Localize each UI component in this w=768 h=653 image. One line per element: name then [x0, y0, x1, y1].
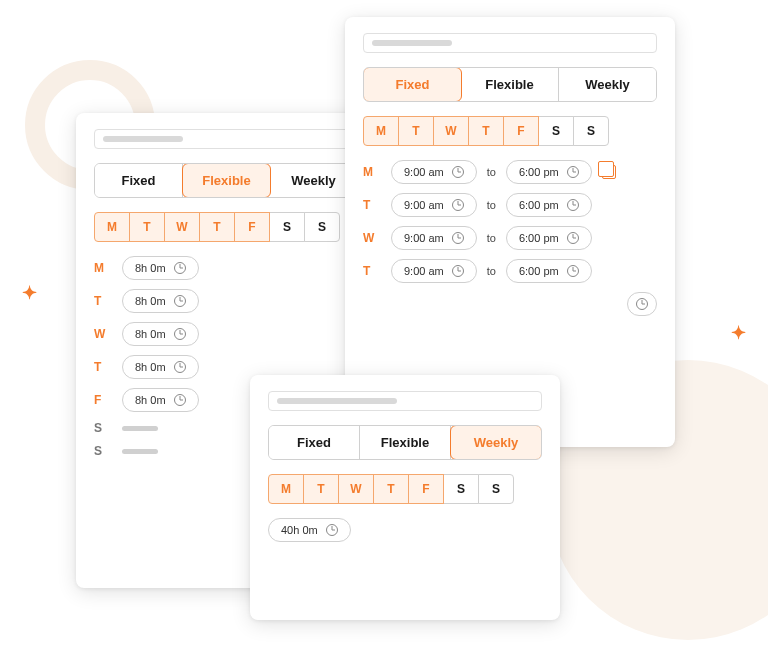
flexible-row: T 8h 0m — [94, 289, 358, 313]
day-toggle-fri[interactable]: F — [234, 212, 270, 242]
day-toggle-mon[interactable]: M — [363, 116, 399, 146]
day-toggle-mon[interactable]: M — [94, 212, 130, 242]
day-toggle-sun[interactable]: S — [478, 474, 514, 504]
to-label: to — [487, 166, 496, 178]
start-time-input[interactable]: 9:00 am — [391, 160, 477, 184]
time-value: 9:00 am — [404, 232, 444, 244]
time-value: 9:00 am — [404, 199, 444, 211]
day-toggle-tue[interactable]: T — [398, 116, 434, 146]
fixed-row-partial — [363, 292, 657, 316]
to-label: to — [487, 199, 496, 211]
start-time-input[interactable]: 9:00 am — [391, 193, 477, 217]
duration-value: 8h 0m — [135, 295, 166, 307]
duration-input[interactable]: 8h 0m — [122, 355, 199, 379]
end-time-input[interactable] — [627, 292, 657, 316]
start-time-input[interactable]: 9:00 am — [391, 226, 477, 250]
card-title-bar[interactable] — [363, 33, 657, 53]
day-label: M — [363, 165, 381, 179]
day-toggle-tue[interactable]: T — [129, 212, 165, 242]
weekly-total-input[interactable]: 40h 0m — [268, 518, 351, 542]
day-toggle-fri[interactable]: F — [503, 116, 539, 146]
day-toggle-sat[interactable]: S — [443, 474, 479, 504]
tab-weekly[interactable]: Weekly — [559, 68, 656, 101]
schedule-type-tabs: Fixed Flexible Weekly — [94, 163, 358, 198]
day-toggle-wed[interactable]: W — [433, 116, 469, 146]
day-label: T — [94, 360, 112, 374]
day-toggle-fri[interactable]: F — [408, 474, 444, 504]
time-value: 6:00 pm — [519, 199, 559, 211]
clock-icon — [174, 328, 186, 340]
tab-flexible[interactable]: Flexible — [360, 426, 451, 459]
schedule-type-tabs: Fixed Flexible Weekly — [363, 67, 657, 102]
working-days-selector: M T W T F S S — [268, 474, 542, 504]
clock-icon — [567, 166, 579, 178]
tab-fixed[interactable]: Fixed — [95, 164, 183, 197]
tab-weekly[interactable]: Weekly — [450, 425, 542, 460]
to-label: to — [487, 265, 496, 277]
empty-value — [122, 449, 158, 454]
tab-fixed[interactable]: Fixed — [363, 67, 462, 102]
day-toggle-sat[interactable]: S — [269, 212, 305, 242]
clock-icon — [567, 199, 579, 211]
clock-icon — [174, 394, 186, 406]
clock-icon — [174, 361, 186, 373]
start-time-input[interactable]: 9:00 am — [391, 259, 477, 283]
clock-icon — [636, 298, 648, 310]
day-toggle-sun[interactable]: S — [573, 116, 609, 146]
duration-input[interactable]: 8h 0m — [122, 322, 199, 346]
card-title-bar[interactable] — [94, 129, 358, 149]
duration-input[interactable]: 8h 0m — [122, 388, 199, 412]
schedule-type-tabs: Fixed Flexible Weekly — [268, 425, 542, 460]
day-toggle-wed[interactable]: W — [338, 474, 374, 504]
tab-flexible[interactable]: Flexible — [461, 68, 559, 101]
day-toggle-sat[interactable]: S — [538, 116, 574, 146]
day-toggle-thu[interactable]: T — [199, 212, 235, 242]
clock-icon — [567, 232, 579, 244]
to-label: to — [487, 232, 496, 244]
clock-icon — [452, 166, 464, 178]
day-label: T — [94, 294, 112, 308]
time-value: 6:00 pm — [519, 232, 559, 244]
clock-icon — [326, 524, 338, 536]
tab-fixed[interactable]: Fixed — [269, 426, 360, 459]
clock-icon — [452, 265, 464, 277]
title-skeleton — [372, 40, 452, 46]
day-label: S — [94, 444, 112, 458]
day-label: F — [94, 393, 112, 407]
day-label: W — [94, 327, 112, 341]
duration-input[interactable]: 8h 0m — [122, 289, 199, 313]
duration-value: 8h 0m — [135, 328, 166, 340]
duration-value: 8h 0m — [135, 361, 166, 373]
day-toggle-mon[interactable]: M — [268, 474, 304, 504]
working-days-selector: M T W T F S S — [363, 116, 657, 146]
duration-value: 8h 0m — [135, 394, 166, 406]
duration-input[interactable]: 8h 0m — [122, 256, 199, 280]
time-value: 6:00 pm — [519, 166, 559, 178]
tab-flexible[interactable]: Flexible — [182, 163, 271, 198]
tab-weekly[interactable]: Weekly — [270, 164, 357, 197]
day-toggle-tue[interactable]: T — [303, 474, 339, 504]
clock-icon — [452, 232, 464, 244]
clock-icon — [567, 265, 579, 277]
copy-icon[interactable] — [602, 165, 616, 179]
day-toggle-wed[interactable]: W — [164, 212, 200, 242]
end-time-input[interactable]: 6:00 pm — [506, 160, 592, 184]
end-time-input[interactable]: 6:00 pm — [506, 193, 592, 217]
flexible-row: W 8h 0m — [94, 322, 358, 346]
day-label: T — [363, 264, 381, 278]
duration-value: 40h 0m — [281, 524, 318, 536]
flexible-row: M 8h 0m — [94, 256, 358, 280]
sparkle-icon: ✦ — [22, 282, 37, 304]
day-toggle-thu[interactable]: T — [373, 474, 409, 504]
day-label: M — [94, 261, 112, 275]
time-value: 6:00 pm — [519, 265, 559, 277]
time-value: 9:00 am — [404, 166, 444, 178]
duration-value: 8h 0m — [135, 262, 166, 274]
day-toggle-thu[interactable]: T — [468, 116, 504, 146]
card-title-bar[interactable] — [268, 391, 542, 411]
end-time-input[interactable]: 6:00 pm — [506, 259, 592, 283]
sparkle-icon: ✦ — [731, 322, 746, 344]
day-toggle-sun[interactable]: S — [304, 212, 340, 242]
end-time-input[interactable]: 6:00 pm — [506, 226, 592, 250]
title-skeleton — [103, 136, 183, 142]
